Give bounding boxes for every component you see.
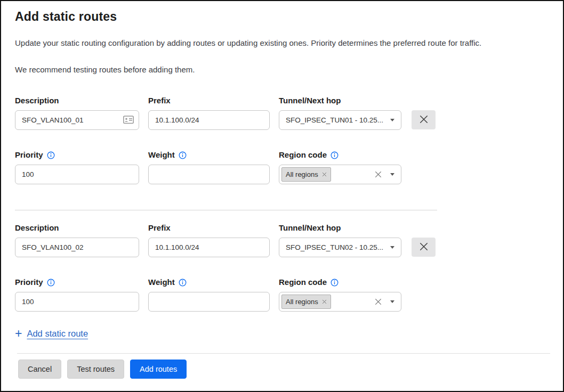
- weight-label-text: Weight: [148, 150, 175, 160]
- prefix-input[interactable]: [148, 238, 270, 257]
- route-block-1: Description Prefix: [15, 95, 549, 184]
- clear-selection-icon[interactable]: [375, 171, 382, 178]
- info-icon[interactable]: [331, 151, 339, 159]
- info-icon[interactable]: [331, 279, 339, 287]
- priority-label-text: Priority: [15, 277, 43, 288]
- region-code-label-text: Region code: [279, 277, 327, 288]
- region-code-field: Region code All regions: [279, 150, 401, 184]
- region-code-label: Region code: [279, 277, 401, 288]
- description-input[interactable]: [15, 238, 139, 257]
- weight-label: Weight: [148, 150, 270, 160]
- clear-selection-icon[interactable]: [375, 298, 382, 305]
- close-icon: [420, 242, 428, 252]
- weight-label: Weight: [148, 277, 270, 288]
- chevron-down-icon: [390, 246, 394, 249]
- priority-label-text: Priority: [15, 150, 43, 160]
- region-code-field: Region code All regions: [279, 277, 401, 312]
- info-icon[interactable]: [179, 279, 187, 287]
- contact-card-icon[interactable]: [123, 116, 134, 124]
- region-code-label-text: Region code: [279, 150, 327, 160]
- description-input[interactable]: [15, 110, 139, 130]
- prefix-label-text: Prefix: [148, 223, 171, 233]
- tunnel-next-hop-field: Tunnel/Next hop SFO_IPSEC_TUN01 - 10.25.…: [279, 95, 401, 130]
- page-title: Add static routes: [15, 9, 549, 24]
- weight-field: Weight: [148, 150, 270, 184]
- intro-text: Update your static routing configuration…: [15, 38, 549, 48]
- tunnel-next-hop-label-text: Tunnel/Next hop: [279, 223, 341, 233]
- priority-label: Priority: [15, 277, 139, 288]
- region-tag: All regions: [281, 295, 331, 309]
- tunnel-next-hop-select[interactable]: SFO_IPSEC_TUN02 - 10.25...: [279, 238, 401, 257]
- route-divider: [15, 210, 437, 210]
- tunnel-next-hop-select[interactable]: SFO_IPSEC_TUN01 - 10.25...: [279, 110, 401, 130]
- region-tag-label: All regions: [286, 170, 318, 179]
- add-static-route-link[interactable]: Add static route: [27, 329, 88, 339]
- description-label: Description: [15, 223, 139, 233]
- prefix-input[interactable]: [148, 110, 270, 130]
- recommendation-text: We recommend testing routes before addin…: [15, 64, 549, 75]
- description-label: Description: [15, 95, 139, 106]
- route-1-row-1: Description Prefix: [15, 95, 549, 130]
- add-static-routes-dialog: Add static routes Update your static rou…: [0, 0, 564, 392]
- tunnel-next-hop-label-text: Tunnel/Next hop: [279, 95, 341, 106]
- remove-route-button[interactable]: [412, 110, 436, 129]
- route-2-row-2: Priority Weight: [15, 277, 549, 312]
- priority-field: Priority: [15, 277, 139, 312]
- test-routes-button[interactable]: Test routes: [67, 360, 124, 379]
- priority-input[interactable]: [15, 165, 139, 184]
- remove-tag-icon[interactable]: [322, 172, 327, 177]
- region-code-select[interactable]: All regions: [279, 292, 401, 312]
- tunnel-next-hop-label: Tunnel/Next hop: [279, 95, 401, 106]
- add-static-route: + Add static route: [15, 328, 549, 339]
- remove-route-button[interactable]: [412, 238, 436, 257]
- tunnel-next-hop-label: Tunnel/Next hop: [279, 223, 401, 233]
- priority-field: Priority: [15, 150, 139, 184]
- tunnel-selected-value: SFO_IPSEC_TUN01 - 10.25...: [286, 116, 383, 124]
- tunnel-selected-value: SFO_IPSEC_TUN02 - 10.25...: [286, 243, 383, 251]
- footer-buttons: Cancel Test routes Add routes: [1, 354, 563, 379]
- region-code-select[interactable]: All regions: [279, 165, 401, 184]
- route-2-row-1: Description Prefix Tunnel/Next hop SFO_I: [15, 223, 549, 257]
- description-label-text: Description: [15, 223, 59, 233]
- chevron-down-icon: [390, 119, 394, 121]
- region-tag: All regions: [281, 167, 331, 182]
- chevron-down-icon: [390, 173, 394, 176]
- prefix-label: Prefix: [148, 95, 270, 106]
- prefix-label: Prefix: [148, 223, 270, 233]
- chevron-down-icon: [390, 300, 394, 303]
- add-routes-button[interactable]: Add routes: [130, 360, 187, 379]
- dialog-footer: Cancel Test routes Add routes: [1, 353, 563, 391]
- plus-icon: +: [15, 328, 22, 339]
- description-label-text: Description: [15, 95, 59, 106]
- prefix-field: Prefix: [148, 95, 270, 130]
- remove-tag-icon[interactable]: [322, 299, 327, 304]
- weight-field: Weight: [148, 277, 270, 312]
- priority-label: Priority: [15, 150, 139, 160]
- route-1-row-2: Priority Weight: [15, 150, 549, 184]
- cancel-button[interactable]: Cancel: [18, 360, 61, 379]
- info-icon[interactable]: [179, 151, 187, 159]
- prefix-label-text: Prefix: [148, 95, 171, 106]
- weight-input[interactable]: [148, 165, 270, 184]
- info-icon[interactable]: [47, 279, 55, 287]
- weight-input[interactable]: [148, 292, 270, 312]
- description-field: Description: [15, 223, 139, 257]
- region-code-label: Region code: [279, 150, 401, 160]
- priority-input[interactable]: [15, 292, 139, 312]
- description-field: Description: [15, 95, 139, 130]
- close-icon: [420, 115, 428, 125]
- route-block-2: Description Prefix Tunnel/Next hop SFO_I: [15, 223, 549, 312]
- region-tag-label: All regions: [286, 297, 318, 306]
- prefix-field: Prefix: [148, 223, 270, 257]
- tunnel-next-hop-field: Tunnel/Next hop SFO_IPSEC_TUN02 - 10.25.…: [279, 223, 401, 257]
- weight-label-text: Weight: [148, 277, 175, 288]
- info-icon[interactable]: [47, 151, 55, 159]
- dialog-content: Add static routes Update your static rou…: [1, 1, 563, 339]
